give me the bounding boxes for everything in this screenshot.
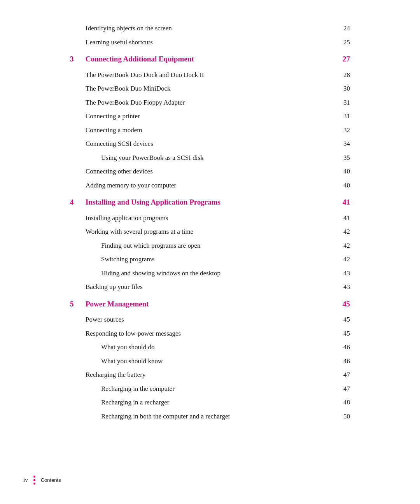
toc-entry-title: Working with several programs at a time (86, 227, 336, 237)
toc-entry-page: 40 (343, 180, 350, 191)
toc-entry-page: 42 (343, 241, 350, 251)
footer: iv Contents (23, 476, 61, 485)
chapter-title: Installing and Using Application Program… (86, 197, 336, 208)
toc-entry-title: Recharging in both the computer and a re… (101, 411, 336, 422)
toc-entry-title: Recharging the battery (86, 370, 336, 380)
toc-entry: Recharging the battery47 (70, 370, 350, 380)
toc-entry-title: Learning useful shortcuts (86, 37, 336, 47)
toc-entry: Connecting SCSI devices34 (70, 139, 350, 149)
chapter-title: Connecting Additional Equipment (86, 54, 336, 65)
toc-entry-page: 43 (343, 268, 350, 278)
toc-entry-page: 50 (343, 411, 350, 422)
toc-entry-title: Connecting SCSI devices (86, 139, 336, 149)
toc-entry: Working with several programs at a time4… (70, 227, 350, 237)
toc-entry-page: 46 (343, 356, 350, 366)
toc-entry-title: Installing application programs (86, 213, 336, 223)
toc-entry-title: The PowerBook Duo Dock and Duo Dock II (86, 70, 336, 80)
toc-entry: Finding out which programs are open42 (70, 241, 350, 251)
toc-entry-page: 28 (343, 70, 350, 80)
toc-entry: Hiding and showing windows on the deskto… (70, 268, 350, 278)
chapter-page: 27 (343, 54, 350, 65)
toc-entry: Responding to low-power messages45 (70, 329, 350, 339)
toc-entry: Recharging in a recharger48 (70, 397, 350, 408)
chapter-entry: 3Connecting Additional Equipment27 (70, 54, 350, 65)
toc-entry-title: Hiding and showing windows on the deskto… (101, 268, 336, 278)
toc-entry-page: 31 (343, 98, 350, 108)
toc-entry: Connecting a modem32 (70, 125, 350, 135)
toc-entry: The PowerBook Duo Floppy Adapter31 (70, 98, 350, 108)
footer-page-number: iv (23, 477, 28, 483)
toc-entry-page: 40 (343, 166, 350, 177)
page: Identifying objects on the screen24Learn… (0, 0, 420, 504)
toc-entry-title: The PowerBook Duo Floppy Adapter (86, 98, 336, 108)
toc-entry-page: 42 (343, 254, 350, 264)
toc-entry: Identifying objects on the screen24 (70, 23, 350, 33)
toc-entry-page: 45 (343, 315, 350, 325)
toc-entry-title: Recharging in the computer (101, 384, 336, 394)
toc-entry: Learning useful shortcuts25 (70, 37, 350, 47)
toc-entry-page: 25 (343, 37, 350, 47)
toc-entry: Connecting other devices40 (70, 166, 350, 177)
toc-entry: Adding memory to your computer40 (70, 180, 350, 191)
toc-entry-title: Connecting a modem (86, 125, 336, 135)
toc-entry-title: Backing up your files (86, 282, 336, 292)
chapter-number: 4 (70, 197, 86, 208)
toc-entry-title: Recharging in a recharger (101, 397, 336, 408)
toc-entry-title: Finding out which programs are open (101, 241, 336, 251)
toc-entry-page: 42 (343, 227, 350, 237)
chapter-page: 41 (343, 197, 350, 208)
toc-entry-title: Identifying objects on the screen (86, 23, 336, 33)
chapter-title: Power Management (86, 299, 336, 310)
toc-entry: What you should know46 (70, 356, 350, 366)
toc-entry-page: 24 (343, 23, 350, 33)
toc-entry-page: 41 (343, 213, 350, 223)
footer-dot-3 (33, 483, 35, 485)
toc-entry: The PowerBook Duo Dock and Duo Dock II28 (70, 70, 350, 80)
toc-entry: Power sources45 (70, 315, 350, 325)
footer-dot-2 (33, 479, 35, 481)
footer-dot-1 (33, 476, 35, 478)
chapter-entry: 5Power Management45 (70, 299, 350, 310)
chapter-page: 45 (343, 299, 350, 310)
toc-entry-page: 48 (343, 397, 350, 408)
chapter-entry: 4Installing and Using Application Progra… (70, 197, 350, 208)
toc-entry-page: 45 (343, 329, 350, 339)
toc-entry: Backing up your files43 (70, 282, 350, 292)
toc-entry-title: Using your PowerBook as a SCSI disk (101, 153, 336, 163)
toc-entry-title: What you should know (101, 356, 336, 366)
chapter-number: 3 (70, 54, 86, 65)
toc-entry-title: Switching programs (101, 254, 336, 264)
toc-entry-page: 35 (343, 153, 350, 163)
toc-entry-title: The PowerBook Duo MiniDock (86, 84, 336, 94)
toc-entry: What you should do46 (70, 342, 350, 352)
toc-entry-page: 30 (343, 84, 350, 94)
toc-entry: The PowerBook Duo MiniDock30 (70, 84, 350, 94)
toc-entry: Connecting a printer31 (70, 111, 350, 121)
toc-entry: Switching programs42 (70, 254, 350, 264)
toc-entry-title: Adding memory to your computer (86, 180, 336, 191)
toc-entry-page: 32 (343, 125, 350, 135)
toc-container: Identifying objects on the screen24Learn… (70, 23, 350, 421)
toc-entry-page: 43 (343, 282, 350, 292)
toc-entry-page: 46 (343, 342, 350, 352)
toc-entry-page: 34 (343, 139, 350, 149)
toc-entry-title: Connecting other devices (86, 166, 336, 177)
toc-entry: Recharging in the computer47 (70, 384, 350, 394)
toc-entry-page: 31 (343, 111, 350, 121)
toc-entry-page: 47 (343, 384, 350, 394)
toc-entry: Recharging in both the computer and a re… (70, 411, 350, 422)
footer-label: Contents (41, 477, 61, 483)
toc-entry: Installing application programs41 (70, 213, 350, 223)
toc-entry-page: 47 (343, 370, 350, 380)
footer-dots-icon (33, 476, 35, 485)
toc-entry-title: What you should do (101, 342, 336, 352)
chapter-number: 5 (70, 299, 86, 310)
toc-entry-title: Responding to low-power messages (86, 329, 336, 339)
toc-entry-title: Power sources (86, 315, 336, 325)
toc-entry-title: Connecting a printer (86, 111, 336, 121)
toc-entry: Using your PowerBook as a SCSI disk35 (70, 153, 350, 163)
